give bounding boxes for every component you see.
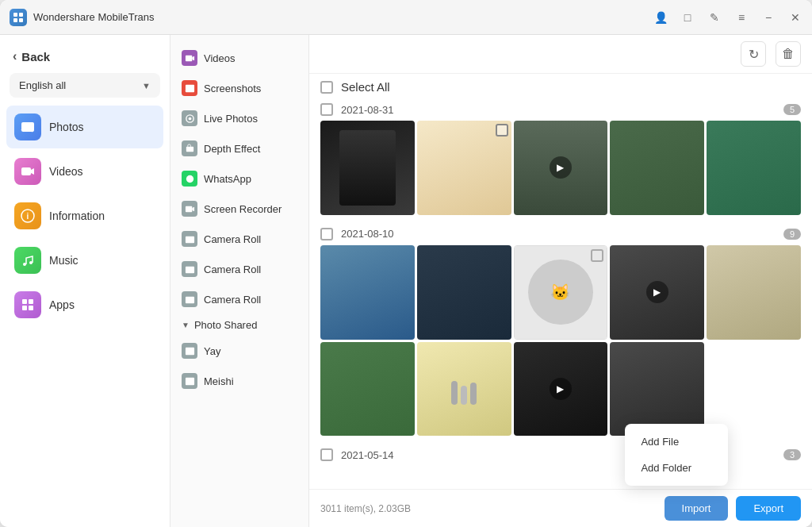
photo-thumb[interactable] <box>707 245 801 340</box>
person-icon[interactable]: 👤 <box>653 10 668 25</box>
date-label-2: 2021-08-10 <box>341 228 394 240</box>
sidebar-item-apps[interactable]: Apps <box>6 283 163 326</box>
photo-grid-2b: ▶ <box>320 342 801 437</box>
nav-item-whatsapp[interactable]: WhatsApp <box>170 163 308 194</box>
svg-rect-11 <box>22 299 27 304</box>
select-all-checkbox[interactable] <box>320 81 333 94</box>
nav-item-camera-roll-2[interactable]: Camera Roll <box>170 254 308 284</box>
svg-point-24 <box>188 237 192 241</box>
photo-thumb[interactable] <box>320 245 415 340</box>
photo-thumb[interactable] <box>610 121 704 215</box>
svg-rect-20 <box>186 146 193 152</box>
nav-screenshots-label: Screenshots <box>204 83 261 94</box>
photo-shared-label: Photo Shared <box>194 319 258 331</box>
nav-item-yay[interactable]: Yay <box>170 336 308 366</box>
sidebar-music-label: Music <box>49 254 79 267</box>
nav-livephotos-label: Live Photos <box>204 113 258 125</box>
mid-nav: Videos Screenshots Live Photos Depth Eff… <box>170 35 309 527</box>
section-arrow-icon: ▼ <box>182 321 190 329</box>
delete-button[interactable]: 🗑 <box>776 41 801 67</box>
svg-rect-1 <box>19 13 23 17</box>
svg-point-28 <box>188 298 192 302</box>
app-title: Wondershare MobileTrans <box>33 11 653 23</box>
nav-screenshot-icon <box>182 80 197 96</box>
select-all-label: Select All <box>341 80 390 94</box>
svg-rect-3 <box>19 18 23 22</box>
date-group-3: 2021-05-14 3 <box>320 444 801 466</box>
language-dropdown[interactable]: English all ▼ <box>10 73 160 98</box>
photo-thumb[interactable] <box>320 342 415 437</box>
date-group-2-checkbox[interactable] <box>320 228 333 240</box>
photo-thumb[interactable] <box>610 342 704 437</box>
export-button[interactable]: Export <box>736 496 801 521</box>
nav-item-camera-roll-3[interactable]: Camera Roll <box>170 284 308 314</box>
photo-thumb[interactable]: ▶ <box>514 342 608 437</box>
content-area: ↻ 🗑 Select All 2021-08-31 5 <box>309 35 812 527</box>
nav-photo-shared-section[interactable]: ▼ Photo Shared <box>170 314 308 336</box>
nav-item-screen-recorder[interactable]: Screen Recorder <box>170 194 308 224</box>
photo-scroll[interactable]: 2021-08-31 5 <box>309 98 812 489</box>
sidebar-item-videos[interactable]: Videos <box>6 150 163 193</box>
svg-point-26 <box>188 267 192 271</box>
undo-button[interactable]: ↻ <box>741 41 766 67</box>
date-label-3: 2021-05-14 <box>341 449 394 461</box>
svg-rect-4 <box>21 122 34 132</box>
dropdown-arrow-icon: ▼ <box>142 81 151 90</box>
nav-item-screenshots[interactable]: Screenshots <box>170 73 308 103</box>
photo-grid-2a: 🐱 ▶ <box>320 245 801 340</box>
photo-checkbox[interactable] <box>591 249 603 262</box>
svg-point-19 <box>188 117 191 120</box>
sidebar-info-label: Information <box>49 210 105 222</box>
import-wrapper: Import Add File Add Folder <box>665 496 729 521</box>
photo-checkbox[interactable] <box>496 124 508 137</box>
svg-rect-14 <box>29 306 33 310</box>
svg-rect-6 <box>21 167 31 175</box>
photo-grid-1: ▶ <box>320 121 801 215</box>
photo-thumb[interactable]: 🐱 <box>514 245 608 340</box>
date-group-3-checkbox[interactable] <box>320 448 333 461</box>
back-button[interactable]: ‹ Back <box>0 43 170 73</box>
svg-text:i: i <box>27 212 29 221</box>
nav-item-depth-effect[interactable]: Depth Effect <box>170 133 308 163</box>
date-count-3: 3 <box>783 449 801 460</box>
play-overlay: ▶ <box>514 121 608 215</box>
add-file-item[interactable]: Add File <box>625 429 728 455</box>
minimize-icon[interactable]: − <box>761 10 776 25</box>
sidebar-item-photos[interactable]: Photos <box>6 106 163 148</box>
nav-camera2-icon <box>182 261 197 277</box>
nav-yay-label: Yay <box>204 345 220 357</box>
photo-thumb[interactable] <box>417 245 511 340</box>
nav-item-live-photos[interactable]: Live Photos <box>170 103 308 133</box>
sidebar-photos-label: Photos <box>49 121 84 133</box>
svg-point-9 <box>23 263 26 266</box>
menu-icon[interactable]: ≡ <box>734 10 749 25</box>
photo-thumb[interactable] <box>417 121 511 215</box>
date-group-1-checkbox[interactable] <box>320 103 333 116</box>
content-toolbar: ↻ 🗑 <box>309 35 812 74</box>
footer-info: 3011 item(s), 2.03GB <box>320 503 411 514</box>
nav-livephoto-icon <box>182 110 197 126</box>
play-icon: ▶ <box>550 378 572 400</box>
photo-thumb[interactable]: ▶ <box>610 245 704 340</box>
date-count-1: 5 <box>783 104 801 115</box>
nav-item-videos[interactable]: Videos <box>170 43 308 73</box>
square-icon[interactable]: □ <box>680 10 695 25</box>
nav-item-camera-roll-1[interactable]: Camera Roll <box>170 224 308 254</box>
edit-icon[interactable]: ✎ <box>707 10 722 25</box>
sidebar-item-information[interactable]: i Information <box>6 194 163 237</box>
nav-camera1-label: Camera Roll <box>204 233 261 245</box>
add-folder-item[interactable]: Add Folder <box>625 455 728 481</box>
close-icon[interactable]: ✕ <box>788 10 802 25</box>
svg-point-10 <box>29 261 33 264</box>
photo-thumb[interactable] <box>320 121 415 215</box>
app-logo <box>10 9 27 26</box>
footer-buttons: Import Add File Add Folder Export <box>665 496 801 521</box>
photo-thumb[interactable]: ▶ <box>514 121 608 215</box>
photo-thumb[interactable] <box>707 121 801 215</box>
nav-camera2-label: Camera Roll <box>204 264 261 275</box>
nav-recorder-icon <box>182 201 197 217</box>
sidebar-item-music[interactable]: Music <box>6 239 163 282</box>
nav-item-meishi[interactable]: Meishi <box>170 366 308 396</box>
photo-thumb[interactable] <box>417 342 511 437</box>
import-button[interactable]: Import <box>665 496 729 521</box>
